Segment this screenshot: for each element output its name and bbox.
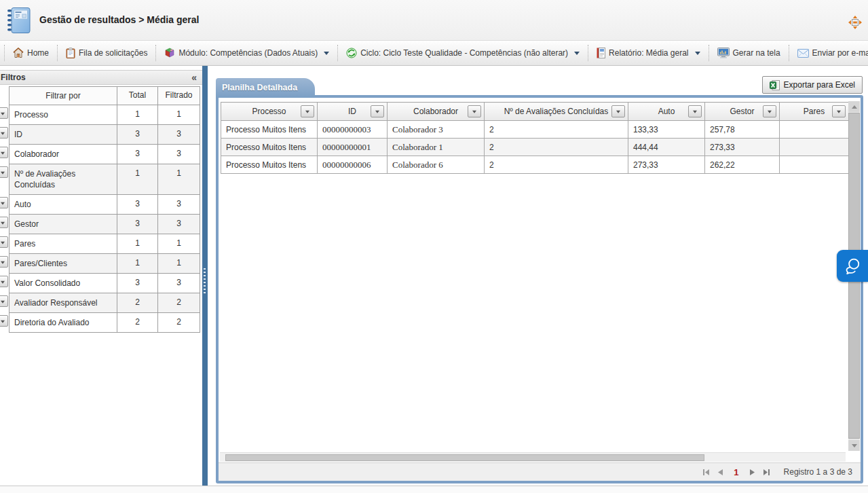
filter-total: 1 (117, 234, 158, 254)
filter-dropdown-button[interactable] (0, 166, 8, 178)
filter-dropdown-button[interactable] (0, 127, 8, 139)
filter-row: Nº de Avaliações Concluídas 1 1 (0, 164, 202, 195)
filter-filtered: 3 (158, 215, 200, 234)
column-filter-dropdown-button[interactable] (468, 105, 481, 117)
last-page-button[interactable] (763, 469, 770, 476)
filter-label: Nº de Avaliações Concluídas (9, 164, 117, 195)
toolbar-module-label: Módulo: Competências (Dados Atuais) (178, 48, 318, 58)
column-filter-dropdown-button[interactable] (301, 105, 314, 117)
horizontal-scrollbar-thumb[interactable] (225, 454, 704, 461)
previous-page-button[interactable] (717, 469, 724, 476)
filter-total: 2 (117, 313, 158, 333)
filter-dropdown-button[interactable] (0, 276, 8, 287)
filter-total: 3 (117, 195, 158, 215)
table-row[interactable]: Processo Muitos Itens 00000000001 Colabo… (221, 139, 849, 156)
filter-total: 3 (117, 145, 158, 164)
filter-label: Processo (9, 105, 117, 125)
filter-dropdown-button[interactable] (0, 295, 8, 307)
filter-label: Valor Consolidado (9, 274, 117, 293)
filters-col-total: Total (117, 86, 158, 105)
toolbar-send-email-button[interactable]: Enviar por e-mail (793, 48, 868, 58)
table-row[interactable]: Processo Muitos Itens 00000000006 Colabo… (221, 156, 849, 174)
column-filter-dropdown-button[interactable] (371, 105, 384, 117)
filter-filtered: 2 (158, 293, 200, 313)
home-icon (13, 48, 24, 58)
filter-filtered: 1 (158, 164, 200, 195)
column-filter-dropdown-button[interactable] (688, 105, 702, 117)
clipboard-icon (66, 48, 75, 58)
chat-bubbles-icon (844, 257, 862, 275)
email-icon (797, 49, 809, 58)
filter-dropdown-button[interactable] (0, 197, 8, 208)
filter-dropdown-button[interactable] (0, 236, 8, 248)
cell-pares (780, 139, 849, 156)
filters-col-filtered: Filtrado (158, 86, 200, 105)
current-page-number[interactable]: 1 (734, 467, 738, 477)
table-row[interactable]: Processo Muitos Itens 00000000003 Colabo… (221, 121, 849, 139)
filter-row: Processo 1 1 (0, 105, 202, 125)
filters-rows: Processo 1 1 ID 3 3 Colaborador 3 3 Nº d… (0, 105, 202, 333)
toolbar-separator (57, 45, 58, 61)
triangle-down-icon (852, 444, 857, 448)
move-resize-icon[interactable] (848, 15, 863, 30)
toolbar-separator (4, 45, 5, 61)
toolbar-cycle-dropdown[interactable]: Ciclo: Ciclo Teste Qualidade - Competênc… (342, 48, 584, 58)
column-filter-dropdown-button[interactable] (611, 105, 625, 117)
chevron-down-icon (574, 52, 580, 55)
filter-label: Avaliador Responsável (9, 293, 117, 313)
filter-row: Pares 1 1 (0, 234, 202, 254)
filter-total: 1 (117, 254, 158, 274)
cell-processo: Processo Muitos Itens (221, 121, 318, 139)
toolbar-report-dropdown[interactable]: Relatório: Média geral (592, 48, 704, 58)
cell-pares (780, 156, 849, 174)
toolbar-email-label: Enviar por e-mail (812, 48, 868, 58)
previous-page-icon (717, 469, 724, 476)
horizontal-scrollbar[interactable] (220, 452, 846, 462)
filter-filtered: 3 (158, 125, 200, 145)
filter-label: Diretoria do Avaliado (9, 313, 117, 333)
filter-dropdown-button[interactable] (0, 315, 8, 327)
triangle-up-icon (852, 105, 857, 109)
cell-gestor: 262,22 (705, 156, 780, 174)
filter-row: Pares/Clientes 1 1 (0, 254, 202, 274)
record-range-status: Registro 1 a 3 de 3 (784, 467, 852, 477)
toolbar-request-queue-button[interactable]: Fila de solicitações (62, 48, 151, 58)
filter-label: ID (9, 125, 117, 145)
toolbar-home-button[interactable]: Home (9, 48, 53, 58)
filter-filtered: 2 (158, 313, 200, 333)
next-page-button[interactable] (749, 469, 756, 476)
column-header-pares: Pares (780, 103, 849, 121)
column-filter-dropdown-button[interactable] (763, 105, 776, 117)
toolbar-generate-on-screen-button[interactable]: Gerar na tela (713, 48, 785, 58)
column-filter-dropdown-button[interactable] (832, 105, 846, 117)
column-header-auto: Auto (628, 103, 705, 121)
filter-total: 1 (117, 105, 158, 125)
export-to-excel-label: Exportar para Excel (784, 80, 855, 90)
toolbar-generate-label: Gerar na tela (733, 48, 780, 58)
filter-dropdown-button[interactable] (0, 217, 8, 228)
filter-dropdown-button[interactable] (0, 107, 8, 119)
panel-splitter[interactable] (202, 66, 208, 486)
cell-gestor: 273,33 (705, 139, 780, 156)
excel-icon (770, 80, 780, 90)
screen-icon (717, 48, 730, 58)
scroll-up-button[interactable] (848, 101, 860, 112)
filter-dropdown-button[interactable] (0, 256, 8, 268)
cell-avaliacoes: 2 (485, 121, 628, 139)
app-header: Gestão de resultados > Média geral (0, 0, 868, 41)
filter-label: Auto (9, 195, 117, 215)
results-table: Processo ID Colaborador Nº de Avaliações… (221, 102, 849, 174)
column-header-processo: Processo (221, 103, 318, 121)
export-to-excel-button[interactable]: Exportar para Excel (762, 76, 863, 94)
scroll-down-button[interactable] (848, 440, 860, 451)
first-page-button[interactable] (702, 469, 710, 476)
collapse-filters-button[interactable]: « (191, 71, 197, 84)
chat-feedback-button[interactable] (837, 250, 868, 282)
toolbar-separator (789, 45, 789, 61)
filter-row: Gestor 3 3 (0, 215, 202, 234)
first-page-icon (702, 469, 710, 476)
toolbar-module-dropdown[interactable]: Módulo: Competências (Dados Atuais) (160, 48, 333, 58)
filter-dropdown-button[interactable] (0, 147, 8, 158)
tab-planilha-detalhada[interactable]: Planilha Detalhada (216, 78, 315, 98)
next-page-icon (749, 469, 756, 476)
